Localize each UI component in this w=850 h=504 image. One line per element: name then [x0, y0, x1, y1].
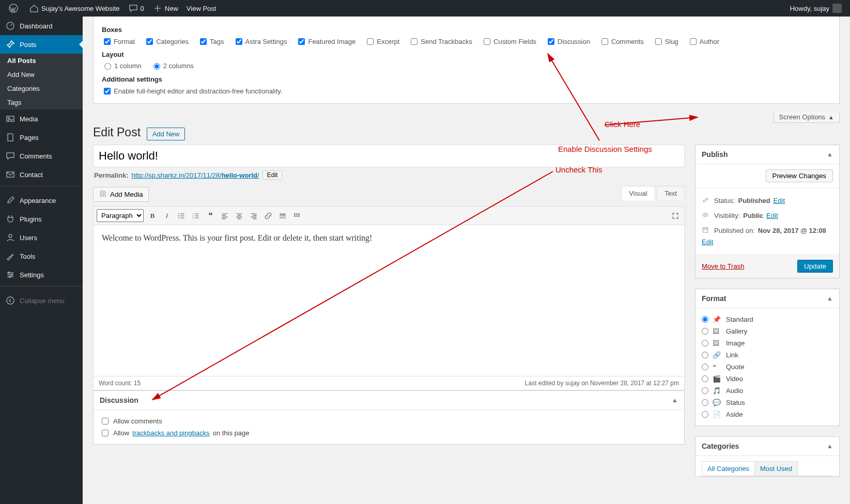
- sidebar-item-comments[interactable]: Comments: [0, 147, 83, 165]
- radio-input[interactable]: [702, 328, 708, 335]
- allow-pingbacks-input[interactable]: [102, 430, 109, 436]
- allow-pingbacks-checkbox[interactable]: Allow trackbacks and pingbacks on this p…: [100, 427, 678, 439]
- post-title-input[interactable]: [93, 145, 685, 167]
- radio-input[interactable]: [702, 387, 708, 394]
- numbered-list-button[interactable]: 123: [190, 210, 202, 222]
- pingbacks-link[interactable]: trackbacks and pingbacks: [132, 429, 210, 437]
- read-more-button[interactable]: [277, 210, 288, 222]
- checkbox-input[interactable]: [236, 38, 242, 45]
- checkbox-input[interactable]: [146, 38, 153, 45]
- tab-most-used[interactable]: Most Used: [754, 461, 798, 476]
- checkbox-input[interactable]: [548, 38, 554, 45]
- italic-button[interactable]: I: [161, 210, 173, 222]
- radio-input[interactable]: [153, 63, 160, 70]
- screen-options-toggle[interactable]: Screen Options▲: [774, 112, 840, 123]
- preview-changes-button[interactable]: Preview Changes: [766, 169, 833, 182]
- screen-option-box-comments[interactable]: Comments: [599, 37, 644, 46]
- screen-option-box-categories[interactable]: Categories: [144, 37, 189, 46]
- screen-option-box-excerpt[interactable]: Excerpt: [365, 37, 399, 46]
- sidebar-item-contact[interactable]: Contact: [0, 165, 83, 184]
- sidebar-item-tools[interactable]: Tools: [0, 247, 83, 265]
- align-left-button[interactable]: [219, 210, 230, 222]
- wp-logo[interactable]: [4, 0, 25, 17]
- format-option-aside[interactable]: 📄Aside: [702, 408, 833, 420]
- fullscreen-button[interactable]: [670, 210, 681, 222]
- checkbox-input[interactable]: [411, 38, 418, 45]
- submenu-tags[interactable]: Tags: [0, 96, 83, 109]
- radio-input[interactable]: [702, 316, 708, 323]
- format-option-video[interactable]: 🎬Video: [702, 373, 833, 385]
- tab-text[interactable]: Text: [657, 186, 685, 200]
- blockquote-button[interactable]: ❝: [205, 210, 216, 222]
- format-option-audio[interactable]: 🎵Audio: [702, 385, 833, 397]
- checkbox-input[interactable]: [367, 38, 374, 45]
- checkbox-input[interactable]: [690, 38, 697, 45]
- categories-heading-row[interactable]: Categories▲: [696, 437, 839, 456]
- screen-option-box-discussion[interactable]: Discussion: [546, 37, 590, 46]
- screen-option-box-custom-fields[interactable]: Custom Fields: [482, 37, 536, 46]
- align-right-button[interactable]: [248, 210, 259, 222]
- format-select[interactable]: Paragraph: [97, 209, 144, 222]
- additional-setting-checkbox[interactable]: Enable full-height editor and distractio…: [102, 86, 282, 96]
- move-to-trash-link[interactable]: Move to Trash: [702, 262, 744, 270]
- screen-option-box-tags[interactable]: Tags: [198, 37, 224, 46]
- tab-all-categories[interactable]: All Categories: [702, 461, 755, 476]
- toolbar-toggle-button[interactable]: [291, 210, 303, 222]
- format-option-quote[interactable]: ❝Quote: [702, 361, 833, 373]
- checkbox-input[interactable]: [655, 38, 662, 45]
- edit-status-link[interactable]: Edit: [774, 197, 785, 204]
- view-post-link[interactable]: View Post: [182, 0, 221, 17]
- sidebar-item-pages[interactable]: Pages: [0, 128, 83, 147]
- checkbox-input[interactable]: [484, 38, 490, 45]
- checkbox-input[interactable]: [200, 38, 207, 45]
- format-option-image[interactable]: 🖼Image: [702, 337, 833, 349]
- screen-option-box-format[interactable]: Format: [102, 37, 135, 46]
- align-center-button[interactable]: [234, 210, 245, 222]
- submenu-all-posts[interactable]: All Posts: [0, 54, 83, 68]
- edit-slug-button[interactable]: Edit: [262, 170, 283, 180]
- collapse-menu-button[interactable]: Collapse menu: [0, 291, 83, 310]
- update-button[interactable]: Update: [797, 260, 833, 273]
- bulleted-list-button[interactable]: [176, 210, 187, 222]
- radio-input[interactable]: [702, 340, 708, 346]
- radio-input[interactable]: [104, 63, 111, 70]
- checkbox-input[interactable]: [104, 38, 111, 45]
- screen-option-box-astra-settings[interactable]: Astra Settings: [234, 37, 287, 46]
- discussion-heading-row[interactable]: Discussion ▲: [94, 391, 684, 410]
- checkbox-input[interactable]: [601, 38, 608, 45]
- sidebar-item-posts[interactable]: Posts: [0, 35, 83, 54]
- bold-button[interactable]: B: [147, 210, 158, 222]
- edit-date-link[interactable]: Edit: [702, 238, 713, 246]
- edit-visibility-link[interactable]: Edit: [766, 212, 778, 219]
- comments-link[interactable]: 0: [124, 0, 148, 17]
- sidebar-item-settings[interactable]: Settings: [0, 265, 83, 284]
- radio-input[interactable]: [702, 364, 708, 370]
- tab-visual[interactable]: Visual: [621, 186, 655, 200]
- submenu-categories[interactable]: Categories: [0, 82, 83, 96]
- layout-option-1-column[interactable]: 1 column: [102, 61, 142, 70]
- radio-input[interactable]: [702, 375, 708, 382]
- my-account-link[interactable]: Howdy, sujay: [786, 0, 846, 17]
- screen-option-box-featured-image[interactable]: Featured Image: [296, 37, 356, 46]
- format-option-standard[interactable]: 📌Standard: [702, 313, 833, 325]
- allow-comments-checkbox[interactable]: Allow comments: [100, 415, 678, 427]
- sidebar-item-dashboard[interactable]: Dashboard: [0, 17, 83, 35]
- format-option-link[interactable]: 🔗Link: [702, 349, 833, 361]
- radio-input[interactable]: [702, 411, 708, 418]
- permalink-link[interactable]: http://sp.sharkz.in/2017/11/28/hello-wor…: [131, 171, 259, 179]
- sidebar-item-appearance[interactable]: Appearance: [0, 191, 83, 210]
- format-option-gallery[interactable]: 🖼Gallery: [702, 325, 833, 337]
- sidebar-item-plugins[interactable]: Plugins: [0, 210, 83, 228]
- add-media-button[interactable]: Add Media: [93, 187, 149, 202]
- checkbox-input[interactable]: [298, 38, 305, 45]
- screen-option-box-author[interactable]: Author: [688, 37, 719, 46]
- radio-input[interactable]: [702, 352, 708, 358]
- add-new-button[interactable]: Add New: [147, 128, 186, 140]
- editor-content[interactable]: Welcome to WordPress. This is your first…: [93, 225, 685, 376]
- sidebar-item-media[interactable]: Media: [0, 109, 83, 128]
- format-heading-row[interactable]: Format▲: [696, 289, 839, 308]
- new-content-link[interactable]: New: [148, 0, 182, 17]
- sidebar-item-users[interactable]: Users: [0, 228, 83, 247]
- submenu-add-new[interactable]: Add New: [0, 68, 83, 82]
- screen-option-box-slug[interactable]: Slug: [653, 37, 678, 46]
